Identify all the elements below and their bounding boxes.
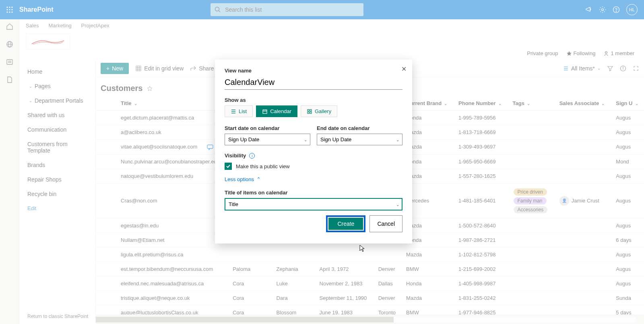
end-date-label: End date on calendar <box>317 125 402 131</box>
calendar-icon <box>262 109 268 114</box>
check-icon <box>226 164 231 169</box>
end-date-select[interactable]: Sign Up Date <box>317 134 402 145</box>
view-name-input[interactable] <box>225 76 402 90</box>
show-as-list[interactable]: List <box>225 105 253 117</box>
chevron-up-icon: ⌃ <box>256 176 261 182</box>
public-checkbox[interactable] <box>225 163 232 170</box>
chevron-down-icon: ⌄ <box>396 137 399 142</box>
list-label: List <box>239 108 247 114</box>
visibility-row: Visibility i <box>225 153 402 159</box>
create-view-dialog: ✕ View name Show as List Calendar Galler… <box>215 60 412 244</box>
list-icon <box>231 109 236 114</box>
dialog-actions: Create Cancel <box>225 215 402 232</box>
less-options-toggle[interactable]: Less options ⌃ <box>225 176 402 182</box>
svg-rect-43 <box>310 109 312 111</box>
cancel-button[interactable]: Cancel <box>369 215 402 232</box>
gallery-icon <box>307 109 312 114</box>
end-date-value: Sign Up Date <box>320 136 351 142</box>
end-date-col: End date on calendar Sign Up Date ⌄ <box>317 125 402 145</box>
gallery-label: Gallery <box>315 108 331 114</box>
svg-rect-44 <box>308 112 309 114</box>
public-view-row[interactable]: Make this a public view <box>225 163 402 170</box>
show-as-gallery[interactable]: Gallery <box>301 105 337 117</box>
title-items-select[interactable]: Title <box>225 198 402 210</box>
show-as-group: List Calendar Gallery <box>225 105 402 117</box>
svg-rect-45 <box>310 112 312 114</box>
start-date-col: Start date on calendar Sign Up Date ⌄ <box>225 125 310 145</box>
show-as-calendar[interactable]: Calendar <box>256 105 297 117</box>
start-date-label: Start date on calendar <box>225 125 310 131</box>
less-options-label: Less options <box>225 176 254 182</box>
info-icon[interactable]: i <box>249 153 255 159</box>
start-date-value: Sign Up Date <box>228 136 259 142</box>
public-label: Make this a public view <box>236 163 290 169</box>
chevron-down-icon: ⌄ <box>396 202 399 206</box>
date-row: Start date on calendar Sign Up Date ⌄ En… <box>225 125 402 145</box>
title-items-label: Title of items on calendar <box>225 190 402 196</box>
svg-rect-42 <box>308 109 309 111</box>
title-items-value: Title <box>229 201 238 207</box>
create-button[interactable]: Create <box>328 218 363 230</box>
visibility-label: Visibility <box>225 153 246 159</box>
start-date-select[interactable]: Sign Up Date <box>225 134 310 145</box>
create-highlight: Create <box>326 215 365 232</box>
show-as-label: Show as <box>225 97 402 103</box>
view-name-label: View name <box>225 68 402 74</box>
svg-rect-38 <box>263 110 267 114</box>
close-button[interactable]: ✕ <box>401 65 407 73</box>
calendar-label: Calendar <box>270 108 291 114</box>
chevron-down-icon: ⌄ <box>304 137 307 142</box>
